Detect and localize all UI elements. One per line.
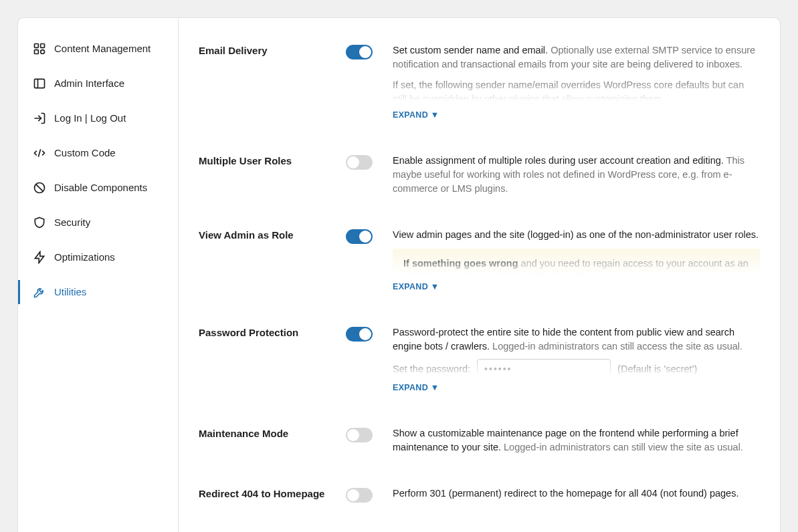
sidebar-item-label: Optimizations: [54, 251, 115, 263]
expand-button[interactable]: EXPAND ▼: [393, 281, 439, 293]
setting-row-email_delivery: Email DeliverySet custom sender name and…: [199, 27, 760, 138]
sidebar-item-label: Utilities: [54, 286, 86, 298]
setting-row-redirect_404: Redirect 404 to HomepagePerform 301 (per…: [199, 471, 760, 519]
svg-rect-0: [35, 44, 39, 48]
tools-icon: [33, 285, 46, 299]
sidebar: Content ManagementAdmin InterfaceLog In …: [18, 18, 179, 532]
settings-panel: Content ManagementAdmin InterfaceLog In …: [17, 17, 781, 532]
collapsed-detail: If set, the following sender name/email …: [393, 78, 760, 106]
sidebar-item-content-management[interactable]: Content Management: [18, 31, 178, 66]
svg-line-7: [38, 149, 40, 157]
svg-point-3: [41, 50, 45, 54]
sidebar-item-log-in-log-out[interactable]: Log In | Log Out: [18, 101, 178, 136]
svg-rect-1: [41, 44, 45, 48]
svg-rect-4: [35, 79, 45, 88]
toggle-redirect_404[interactable]: [346, 488, 373, 503]
sidebar-item-utilities[interactable]: Utilities: [18, 275, 178, 309]
setting-description: Enable assignment of multiple roles duri…: [393, 154, 760, 196]
password-hint: (Default is 'secret'): [617, 362, 697, 376]
sidebar-item-disable-components[interactable]: Disable Components: [18, 170, 178, 205]
sidebar-item-label: Content Management: [54, 43, 151, 55]
setting-title: Password Protection: [199, 325, 332, 338]
shield-icon: [33, 216, 46, 229]
setting-row-multiple_user_roles: Multiple User RolesEnable assignment of …: [199, 138, 760, 212]
password-collapsed: Set the password:(Default is 'secret'): [393, 359, 760, 379]
setting-description: View admin pages and the site (logged-in…: [393, 228, 760, 293]
svg-line-9: [36, 184, 43, 192]
disable-icon: [33, 181, 46, 194]
setting-title: Redirect 404 to Homepage: [199, 487, 332, 499]
login-icon: [33, 112, 46, 125]
password-input[interactable]: [477, 359, 611, 379]
setting-row-maintenance_mode: Maintenance ModeShow a customizable main…: [199, 410, 760, 471]
code-icon: [33, 146, 46, 160]
setting-title: View Admin as Role: [199, 228, 332, 241]
sidebar-item-label: Log In | Log Out: [54, 112, 126, 124]
setting-row-display_system_summary: Display System SummaryShow quick summary…: [199, 519, 760, 532]
sidebar-item-security[interactable]: Security: [18, 205, 178, 240]
sidebar-item-optimizations[interactable]: Optimizations: [18, 240, 178, 275]
sidebar-item-admin-interface[interactable]: Admin Interface: [18, 66, 178, 101]
expand-button[interactable]: EXPAND ▼: [393, 109, 439, 121]
toggle-email_delivery[interactable]: [346, 45, 373, 59]
sidebar-item-label: Custom Code: [54, 147, 116, 159]
setting-description: Show a customizable maintenance page on …: [393, 426, 760, 454]
toggle-maintenance_mode[interactable]: [346, 428, 373, 442]
setting-description: Set custom sender name and email. Option…: [393, 43, 760, 122]
expand-button[interactable]: EXPAND ▼: [393, 382, 439, 394]
sidebar-item-label: Admin Interface: [54, 78, 124, 90]
setting-description: Perform 301 (permanent) redirect to the …: [393, 487, 760, 501]
setting-title: Maintenance Mode: [199, 426, 332, 439]
bolt-icon: [33, 251, 46, 264]
sidebar-item-label: Security: [54, 217, 90, 229]
password-label: Set the password:: [393, 362, 470, 376]
content-icon: [33, 42, 46, 55]
toggle-password_protection[interactable]: [346, 327, 373, 342]
setting-row-password_protection: Password ProtectionPassword-protect the …: [199, 309, 760, 410]
toggle-multiple_user_roles[interactable]: [346, 155, 373, 170]
svg-rect-2: [35, 50, 39, 54]
setting-row-view_admin_as_role: View Admin as RoleView admin pages and t…: [199, 212, 760, 309]
settings-main: Email DeliverySet custom sender name and…: [179, 18, 780, 532]
warning-notice: If something goes wrong and you need to …: [393, 249, 760, 278]
sidebar-item-label: Disable Components: [54, 182, 147, 194]
toggle-view_admin_as_role[interactable]: [346, 229, 373, 244]
sidebar-item-custom-code[interactable]: Custom Code: [18, 136, 178, 170]
setting-title: Email Delivery: [199, 43, 332, 56]
setting-title: Multiple User Roles: [199, 154, 332, 166]
panel-icon: [33, 77, 46, 90]
setting-description: Password-protect the entire site to hide…: [393, 325, 760, 394]
svg-marker-10: [35, 252, 43, 263]
